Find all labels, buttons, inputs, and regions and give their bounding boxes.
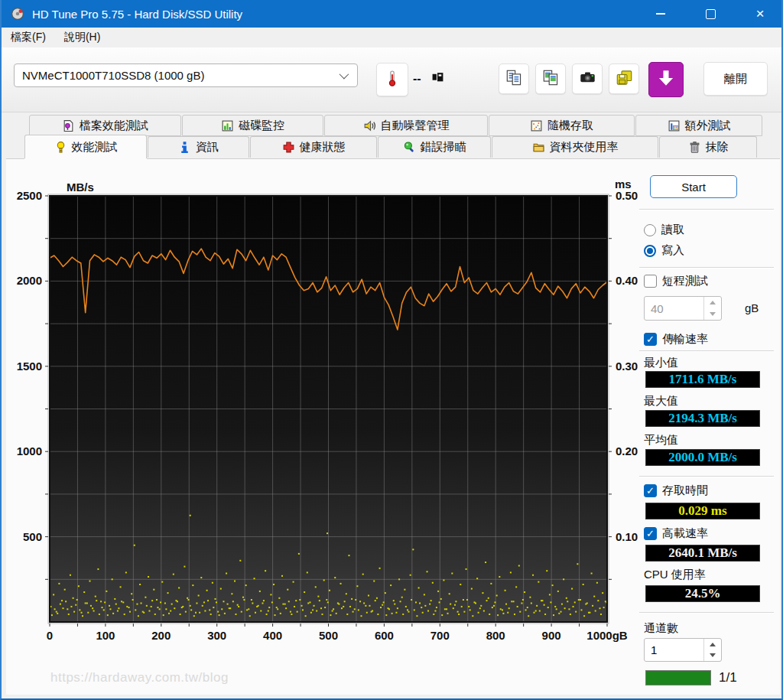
- file-benchmark-icon: [62, 119, 75, 132]
- write-radio-label: 寫入: [661, 243, 684, 258]
- tab-資訊[interactable]: 資訊: [148, 136, 249, 158]
- minimize-button[interactable]: [643, 0, 678, 28]
- tab-額外測試[interactable]: 額外測試: [635, 115, 762, 136]
- svg-text:0.40: 0.40: [616, 274, 638, 287]
- progress-text: 1/1: [719, 670, 737, 685]
- screenshot-button[interactable]: [572, 63, 603, 94]
- max-label: 最大值: [644, 394, 678, 409]
- burst-rate-label: 高載速率: [662, 526, 708, 541]
- camera-icon: [579, 69, 596, 90]
- cpu-usage-value: 24.5%: [645, 585, 760, 602]
- menu-help[interactable]: 說明(H): [55, 29, 109, 46]
- svg-text:0: 0: [47, 629, 53, 642]
- tab-錯誤掃瞄[interactable]: 錯誤掃瞄: [378, 136, 491, 158]
- svg-text:700: 700: [430, 629, 450, 642]
- start-button[interactable]: Start: [650, 175, 737, 198]
- tab-檔案效能測試[interactable]: 檔案效能測試: [29, 115, 181, 136]
- window-title: HD Tune Pro 5.75 - Hard Disk/SSD Utility: [32, 8, 242, 21]
- read-radio-label: 讀取: [661, 223, 684, 237]
- separator: [639, 209, 774, 210]
- separator: [639, 476, 774, 477]
- svg-text:500: 500: [319, 629, 338, 642]
- read-radio-row[interactable]: 讀取: [644, 223, 684, 237]
- speaker-icon: [363, 119, 376, 132]
- burst-rate-checkbox[interactable]: ✓: [644, 527, 657, 540]
- info-icon: [178, 141, 191, 154]
- maximize-button[interactable]: [693, 0, 728, 28]
- short-stroke-size-spinner[interactable]: 40: [644, 296, 722, 321]
- transfer-rate-checkbox[interactable]: ✓: [644, 333, 657, 346]
- tab-健康狀態[interactable]: 健康狀態: [250, 136, 377, 158]
- copy-image-icon: [542, 69, 560, 90]
- tab-row-primary: 效能測試資訊健康狀態錯誤掃瞄資料夾使用率抹除: [24, 136, 758, 158]
- spin-down-icon[interactable]: [704, 650, 721, 662]
- copy-image-button[interactable]: [535, 63, 566, 94]
- drive-select[interactable]: NVMeCT1000T710SSD8 (1000 gB): [14, 63, 358, 87]
- burst-rate-row[interactable]: ✓ 高載速率: [644, 526, 708, 541]
- watermark: https://hardaway.com.tw/blog: [50, 670, 229, 685]
- access-time-row[interactable]: ✓ 存取時間: [644, 483, 708, 498]
- svg-text:0.10: 0.10: [616, 530, 638, 543]
- tab-隨機存取[interactable]: 隨機存取: [489, 115, 635, 136]
- short-stroke-row[interactable]: 短程測試: [644, 274, 708, 288]
- svg-text:400: 400: [263, 629, 282, 642]
- cpu-usage-label: CPU 使用率: [644, 568, 706, 582]
- svg-text:MB/s: MB/s: [67, 181, 94, 194]
- temperature-button[interactable]: [376, 63, 408, 96]
- progress-bar: [645, 670, 711, 685]
- svg-text:800: 800: [486, 629, 505, 642]
- svg-text:500: 500: [23, 530, 42, 543]
- close-button[interactable]: ×: [742, 0, 778, 28]
- svg-text:300: 300: [207, 629, 226, 642]
- channels-label: 通道數: [644, 621, 678, 636]
- read-radio[interactable]: [644, 224, 656, 236]
- save-button[interactable]: [609, 63, 639, 94]
- tab-label: 額外測試: [685, 119, 731, 133]
- svg-text:100: 100: [96, 629, 115, 642]
- svg-text:1000gB: 1000gB: [586, 629, 628, 642]
- svg-text:1500: 1500: [17, 360, 42, 373]
- spin-up-icon[interactable]: [704, 297, 721, 308]
- channels-spinner[interactable]: 1: [644, 638, 722, 662]
- exit-button-label: 離開: [724, 72, 747, 86]
- write-radio-row[interactable]: 寫入: [644, 243, 684, 258]
- tab-label: 磁碟監控: [239, 119, 284, 133]
- short-stroke-checkbox[interactable]: [644, 275, 657, 288]
- spin-down-icon[interactable]: [704, 308, 721, 320]
- menu-file[interactable]: 檔案(F): [2, 29, 55, 46]
- title-bar: HD Tune Pro 5.75 - Hard Disk/SSD Utility…: [2, 0, 781, 28]
- save-icon: [616, 69, 633, 90]
- toolbar: NVMeCT1000T710SSD8 (1000 gB) -- 離開: [2, 47, 781, 112]
- benchmark-icon: [54, 141, 67, 154]
- transfer-rate-row[interactable]: ✓ 傳輸速率: [644, 332, 708, 347]
- folder-icon: [532, 141, 545, 154]
- start-button-label: Start: [681, 181, 706, 194]
- copy-text-button[interactable]: [499, 63, 529, 94]
- access-time-checkbox[interactable]: ✓: [644, 484, 657, 497]
- tab-label: 隨機存取: [547, 119, 593, 133]
- erase-icon: [688, 141, 701, 154]
- channels-value: 1: [645, 639, 703, 661]
- tab-資料夾使用率[interactable]: 資料夾使用率: [492, 136, 658, 158]
- min-value: 1711.6 MB/s: [645, 371, 760, 388]
- svg-text:200: 200: [151, 629, 171, 642]
- tab-抹除[interactable]: 抹除: [659, 136, 757, 158]
- max-value: 2194.3 MB/s: [645, 410, 760, 427]
- tab-自動噪聲管理[interactable]: 自動噪聲管理: [324, 115, 488, 136]
- random-access-icon: [530, 119, 543, 132]
- burst-rate-value: 2640.1 MB/s: [645, 545, 760, 562]
- exit-button[interactable]: 離開: [703, 62, 768, 96]
- download-button[interactable]: [648, 62, 684, 97]
- separator: [639, 350, 774, 352]
- tab-磁碟監控[interactable]: 磁碟監控: [182, 115, 323, 136]
- spin-up-icon[interactable]: [704, 639, 721, 650]
- short-stroke-label: 短程測試: [662, 274, 708, 288]
- short-stroke-size-value: 40: [645, 297, 703, 320]
- tab-label: 資訊: [196, 140, 219, 155]
- tab-row-secondary: 檔案效能測試磁碟監控自動噪聲管理隨機存取額外測試: [29, 115, 763, 136]
- tab-label: 健康狀態: [300, 140, 346, 155]
- write-radio[interactable]: [644, 245, 656, 257]
- temperature-value: --: [413, 72, 421, 86]
- drive-select-value: NVMeCT1000T710SSD8 (1000 gB): [22, 69, 204, 82]
- tab-效能測試[interactable]: 效能測試: [24, 135, 147, 158]
